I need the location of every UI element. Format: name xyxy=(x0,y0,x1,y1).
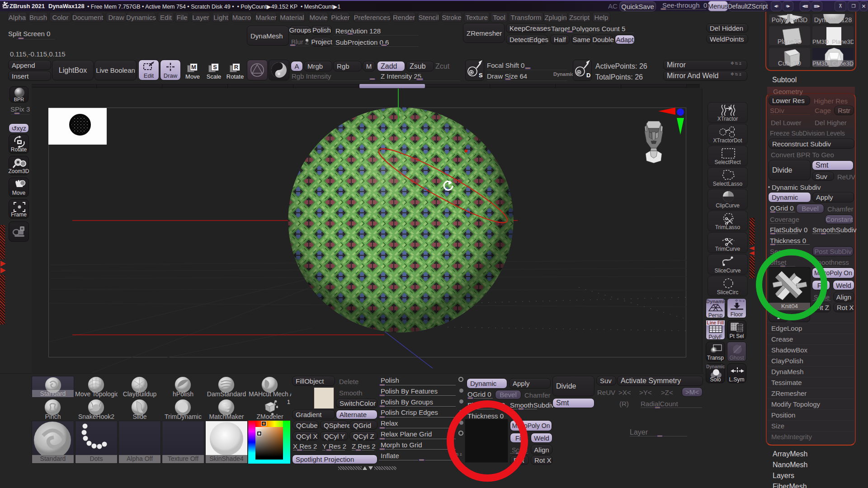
svg-text:D: D xyxy=(586,72,590,79)
svg-text:S: S xyxy=(479,72,483,79)
